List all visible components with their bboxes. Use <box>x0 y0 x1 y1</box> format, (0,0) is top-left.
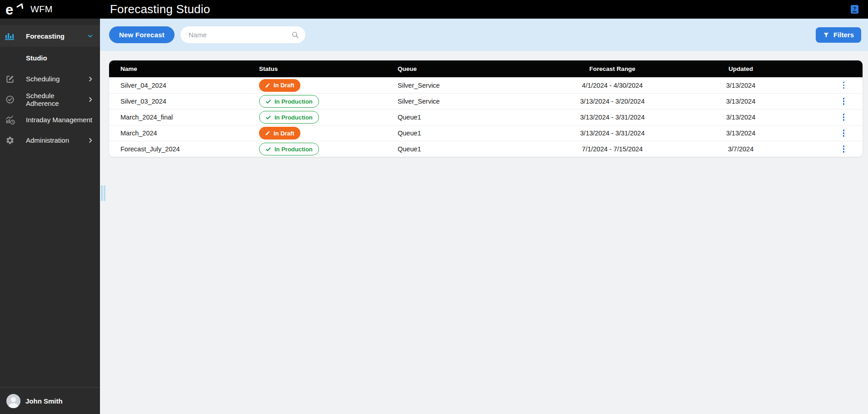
row-actions-menu[interactable] <box>841 80 847 91</box>
sidebar-item-intraday-management[interactable]: Intraday Management <box>0 110 100 130</box>
status-badge: In Production <box>259 111 319 124</box>
status-badge-label: In Production <box>274 146 313 153</box>
cell-queue: Silver_Service <box>398 98 539 105</box>
sidebar-item-studio[interactable]: Studio <box>0 47 100 69</box>
help-button[interactable]: ? <box>851 5 858 14</box>
sidebar-item-administration[interactable]: Administration <box>0 130 100 150</box>
help-icon-underbar <box>853 11 857 12</box>
chevron-right-icon <box>87 137 94 144</box>
table-row[interactable]: March_2024_final In Production Queue1 3/… <box>109 109 863 125</box>
status-badge-label: In Production <box>274 114 313 121</box>
sidebar-nav: Forecasting Studio Scheduling <box>0 19 100 387</box>
search-input[interactable] <box>189 31 291 39</box>
cell-forecast-range: 3/13/2024 - 3/31/2024 <box>539 114 686 121</box>
cell-name: March_2024 <box>109 130 259 137</box>
column-header-status: Status <box>259 65 398 72</box>
sidebar-item-label: Intraday Management <box>26 116 100 124</box>
brand-name: WFM <box>30 4 53 15</box>
status-badge-label: In Draft <box>274 82 294 89</box>
new-forecast-button[interactable]: New Forecast <box>109 26 175 43</box>
sidebar-subitem-label: Studio <box>26 54 47 62</box>
toolbar: New Forecast Filters <box>100 19 868 51</box>
app-logo-icon: e <box>5 2 24 17</box>
cell-updated: 3/13/2024 <box>686 82 795 89</box>
cell-forecast-range: 4/1/2024 - 4/30/2024 <box>539 82 686 89</box>
cell-forecast-range: 3/13/2024 - 3/20/2024 <box>539 98 686 105</box>
sidebar-item-label: Forecasting <box>26 32 87 40</box>
sidebar-item-scheduling[interactable]: Scheduling <box>0 69 100 89</box>
user-menu[interactable]: John Smith <box>0 387 100 414</box>
user-name: John Smith <box>25 397 63 405</box>
check-icon <box>265 99 271 105</box>
sidebar-item-label: Administration <box>26 136 87 144</box>
table-row[interactable]: Silver_03_2024 In Production Silver_Serv… <box>109 93 863 109</box>
status-badge: In Draft <box>259 79 300 92</box>
svg-text:e: e <box>5 2 13 17</box>
main-content: New Forecast Filters <box>100 19 868 414</box>
bar-chart-icon <box>5 31 15 40</box>
brand: e WFM <box>0 2 100 17</box>
user-avatar <box>6 394 20 408</box>
table-body: Silver_04_2024 In Draft Silver_Service 4… <box>109 77 863 157</box>
cell-queue: Queue1 <box>398 130 539 137</box>
row-actions-menu[interactable] <box>841 128 847 139</box>
status-badge: In Production <box>259 143 319 155</box>
check-icon <box>265 146 271 152</box>
cell-name: Forecast_July_2024 <box>109 145 259 153</box>
table-row[interactable]: Silver_04_2024 In Draft Silver_Service 4… <box>109 77 863 93</box>
gear-icon <box>5 136 15 145</box>
sidebar-item-schedule-adherence[interactable]: Schedule Adherence <box>0 89 100 110</box>
edit-icon <box>5 75 15 84</box>
intraday-chart-icon <box>5 115 15 125</box>
column-header-name: Name <box>109 65 259 72</box>
cell-updated: 3/7/2024 <box>686 145 795 153</box>
cell-queue: Queue1 <box>398 145 539 153</box>
column-header-queue: Queue <box>398 65 539 72</box>
cell-name: Silver_04_2024 <box>109 82 259 89</box>
check-circle-icon <box>5 95 15 104</box>
sidebar-item-label: Scheduling <box>26 75 87 83</box>
column-header-updated: Updated <box>686 65 795 72</box>
page-title: Forecasting Studio <box>110 2 210 16</box>
pencil-icon <box>265 130 270 136</box>
cell-queue: Queue1 <box>398 114 539 121</box>
nav-group-forecasting: Forecasting Studio <box>0 25 100 69</box>
sidebar-item-label: Schedule Adherence <box>26 92 87 107</box>
sidebar-resize-handle[interactable] <box>101 185 105 201</box>
table-row[interactable]: Forecast_July_2024 In Production Queue1 … <box>109 141 863 157</box>
status-badge: In Production <box>259 95 319 108</box>
help-question-icon: ? <box>853 6 856 11</box>
filter-funnel-icon <box>823 32 829 38</box>
sidebar-item-forecasting[interactable]: Forecasting <box>0 25 100 47</box>
chevron-down-icon <box>87 33 94 40</box>
cell-queue: Silver_Service <box>398 82 539 89</box>
table-row[interactable]: March_2024 In Draft Queue1 3/13/2024 - 3… <box>109 125 863 141</box>
filters-button[interactable]: Filters <box>816 27 861 43</box>
column-header-forecast-range: Forecast Range <box>539 65 686 72</box>
row-actions-menu[interactable] <box>841 144 847 155</box>
filters-button-label: Filters <box>833 31 854 39</box>
cell-name: March_2024_final <box>109 114 259 121</box>
cell-forecast-range: 3/13/2024 - 3/31/2024 <box>539 130 686 137</box>
chevron-right-icon <box>87 76 94 82</box>
chevron-right-icon <box>87 96 94 103</box>
status-badge: In Draft <box>259 127 300 140</box>
sidebar: Forecasting Studio Scheduling <box>0 19 100 414</box>
check-icon <box>265 115 271 120</box>
search-box <box>180 26 305 43</box>
cell-updated: 3/13/2024 <box>686 130 795 137</box>
table-header-row: Name Status Queue Forecast Range Updated <box>109 60 863 77</box>
forecasts-table: Name Status Queue Forecast Range Updated… <box>109 60 863 157</box>
status-badge-label: In Draft <box>274 130 294 137</box>
row-actions-menu[interactable] <box>841 96 847 107</box>
cell-name: Silver_03_2024 <box>109 98 259 105</box>
pencil-icon <box>265 83 270 88</box>
cell-updated: 3/13/2024 <box>686 114 795 121</box>
cell-updated: 3/13/2024 <box>686 98 795 105</box>
topbar: e WFM Forecasting Studio ? <box>0 0 868 19</box>
status-badge-label: In Production <box>274 98 313 105</box>
row-actions-menu[interactable] <box>841 112 847 123</box>
search-icon[interactable] <box>291 31 299 39</box>
cell-forecast-range: 7/1/2024 - 7/15/2024 <box>539 145 686 153</box>
